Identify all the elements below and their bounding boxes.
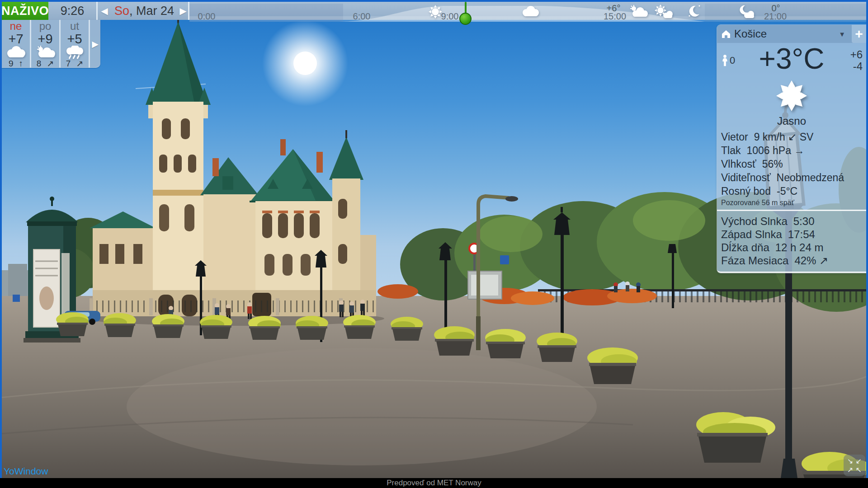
arrow-inward-icon: ↗ <box>846 465 854 474</box>
chevron-right-icon: ▶ <box>179 5 186 16</box>
credit-bar: Predpoveď od MET Norway <box>0 478 868 488</box>
cloud-icon <box>519 5 541 19</box>
location-selector[interactable]: Košice ▼ + <box>717 25 866 43</box>
detail-value: 9 km/h ↙ SV <box>754 130 814 144</box>
detail-row: Vlhkosť56% <box>721 157 863 171</box>
wind-speed: 8 <box>37 59 42 68</box>
current-temperature: +3°C <box>717 44 866 73</box>
detail-label: Viditeľnosť <box>721 171 771 184</box>
forecast-day-ut[interactable]: ut +5 7↗ <box>61 20 89 68</box>
astro-row: Fáza Mesiaca42% ↗ <box>721 254 863 267</box>
forecast-day-ne[interactable]: ne +7 9↑ <box>2 20 30 68</box>
weather-panel: Košice ▼ + 0 +3°C +6 -4 Jasno <box>717 25 866 273</box>
low-temp: -4 <box>850 61 863 72</box>
day-name: ut <box>70 20 79 32</box>
live-badge[interactable]: NAŽIVO <box>2 2 48 20</box>
time-scroller[interactable]: 0:00 6:00 9:00 15:00 21:00 +6° 0° <box>189 4 866 22</box>
sun-icon <box>425 5 446 19</box>
add-location-button[interactable]: + <box>852 25 866 43</box>
day-name: ne <box>10 20 22 32</box>
cloud-sun-icon <box>33 46 58 59</box>
detail-value: 56% <box>762 157 783 171</box>
condition-label: Jasno <box>717 115 866 127</box>
detail-label: Rosný bod <box>721 184 771 198</box>
feels-like: 0 <box>722 54 735 67</box>
detail-value: 1006 hPa → <box>746 144 804 157</box>
detail-row: Vietor9 km/h ↙ SV <box>721 130 863 144</box>
astro-label: Východ Slnka <box>721 215 788 228</box>
feels-like-value: 0 <box>730 55 735 66</box>
observed-ago: Pozorované 56 m späť <box>717 198 866 210</box>
astro-row: Západ Slnka17:54 <box>721 228 863 241</box>
expand-arrow-icon: ▶ <box>92 39 99 49</box>
exit-fullscreen-button[interactable]: ↘ ↙ ↗ ↖ <box>844 455 865 476</box>
astro-value: 42% ↗ <box>794 254 828 267</box>
current-conditions: 0 +3°C +6 -4 Jasno Vietor9 km/h ↙ SV Tla… <box>717 44 866 210</box>
detail-value: -5°C <box>777 184 797 198</box>
wind-speed: 9 <box>9 59 14 68</box>
next-day-button[interactable]: ▶ <box>177 2 189 20</box>
detail-value: Neobmedzená <box>777 171 844 184</box>
detail-label: Vietor <box>721 130 748 144</box>
wind-speed: 7 <box>66 59 71 68</box>
high-temp: +6 <box>850 49 863 61</box>
forecast-day-po[interactable]: po +9 8↗ <box>31 20 59 68</box>
weather-details: Vietor9 km/h ↙ SV Tlak1006 hPa → Vlhkosť… <box>717 127 866 198</box>
yowindow-app: NAŽIVO 9:26 ◀ So, Mar 24 ▶ 0:00 6:00 9:0… <box>0 0 868 488</box>
day-temp: +9 <box>38 32 52 46</box>
moon-cloud-icon <box>735 5 757 19</box>
forecast-panel: ne +7 9↑ po +9 8↗ ut +5 7↗ <box>2 20 100 68</box>
sun-condition-icon <box>769 78 814 113</box>
astro-label: Fáza Mesiaca <box>721 254 788 267</box>
timeline-tick: 6:00 <box>348 11 375 22</box>
astro-value: 5:30 <box>793 215 815 228</box>
timeline-temp: 0° <box>762 3 789 14</box>
astro-value: 12 h 24 m <box>775 241 824 254</box>
detail-row: ViditeľnosťNeobmedzená <box>721 171 863 184</box>
wind-direction-icon: ↗ <box>47 59 54 68</box>
divider <box>96 2 98 20</box>
day-temp: +5 <box>67 32 82 46</box>
detail-label: Tlak <box>721 144 741 157</box>
chevron-left-icon: ◀ <box>101 5 108 16</box>
arrow-inward-icon: ↘ <box>846 457 854 465</box>
arrow-inward-icon: ↙ <box>854 457 863 465</box>
arrow-inward-icon: ↖ <box>854 465 863 474</box>
cloud-icon <box>3 46 28 59</box>
sun-cloud-icon <box>651 5 673 19</box>
astro-value: 17:54 <box>788 228 815 241</box>
detail-label: Vlhkosť <box>721 157 756 171</box>
previous-day-button[interactable]: ◀ <box>99 2 110 20</box>
astro-row: Dĺžka dňa12 h 24 m <box>721 241 863 254</box>
high-low: +6 -4 <box>850 49 863 72</box>
day-temp: +7 <box>8 32 23 46</box>
current-time: 9:26 <box>48 2 96 20</box>
day-name: po <box>39 20 52 32</box>
detail-row: Rosný bod-5°C <box>721 184 863 198</box>
weekday-label: So <box>114 4 129 18</box>
wind-direction-icon: ↑ <box>19 59 24 68</box>
timeline-temp: +6° <box>600 3 627 14</box>
date-label: So, Mar 24 <box>111 2 177 20</box>
top-bar: NAŽIVO 9:26 ◀ So, Mar 24 ▶ 0:00 6:00 9:0… <box>0 0 868 20</box>
time-slider-handle[interactable] <box>459 13 472 25</box>
forecast-expand-button[interactable]: ▶ <box>90 20 100 68</box>
cloud-sun-icon <box>627 5 649 19</box>
astro-section: Východ Slnka5:30 Západ Slnka17:54 Dĺžka … <box>717 211 866 272</box>
astro-label: Západ Slnka <box>721 228 782 241</box>
date-rest-label: , Mar 24 <box>129 4 174 18</box>
timeline-tick: 0:00 <box>193 11 220 22</box>
astro-row: Východ Slnka5:30 <box>721 215 863 228</box>
chevron-down-icon[interactable]: ▼ <box>839 30 845 38</box>
location-name: Košice <box>734 28 839 40</box>
yowindow-link[interactable]: YoWindow <box>4 466 48 477</box>
forecast-credit: Predpoveď od MET Norway <box>387 479 481 488</box>
rain-cloud-icon <box>62 46 87 59</box>
wind-direction-icon: ↗ <box>76 59 83 68</box>
moon-stars-icon <box>684 5 706 19</box>
astro-label: Dĺžka dňa <box>721 241 769 254</box>
home-icon <box>721 29 731 38</box>
person-icon <box>722 54 728 67</box>
detail-row: Tlak1006 hPa → <box>721 144 863 157</box>
